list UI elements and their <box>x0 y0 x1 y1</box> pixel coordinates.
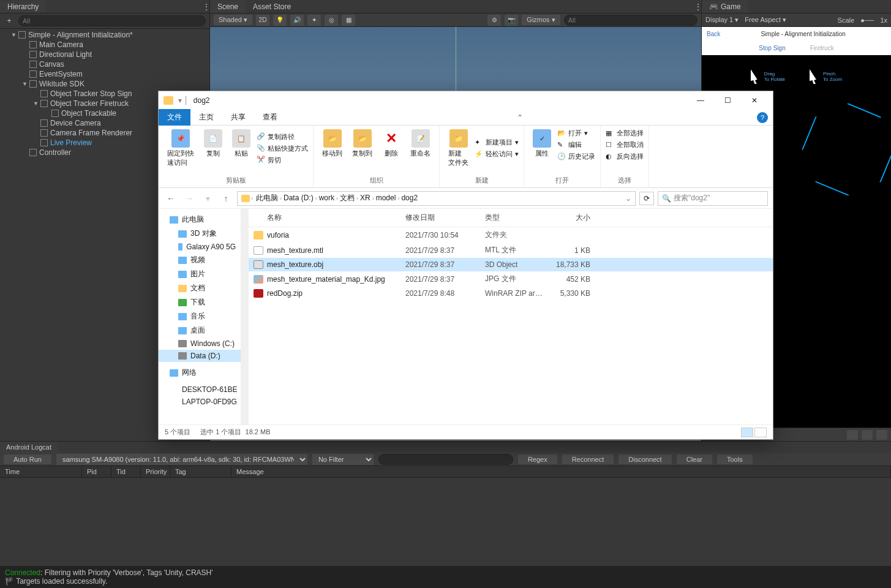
audio-toggle-icon[interactable]: 🔊 <box>290 15 304 26</box>
gizmos-dropdown[interactable]: Gizmos ▾ <box>522 15 560 25</box>
minimize-button[interactable]: — <box>687 91 714 110</box>
preview-tab-firetruck[interactable]: Firetruck <box>798 41 846 55</box>
share-menu[interactable]: 共享 <box>222 109 254 126</box>
col-message[interactable]: Message <box>231 466 891 477</box>
hierarchy-item[interactable]: Canvas <box>0 59 209 69</box>
col-priority[interactable]: Priority <box>141 466 170 477</box>
inspector-icon[interactable] <box>847 430 858 440</box>
mode-2d-toggle[interactable]: 2D <box>256 15 269 26</box>
col-time[interactable]: Time <box>0 466 82 477</box>
sidebar-item[interactable]: 音乐 <box>159 309 241 323</box>
sidebar-item[interactable]: 桌面 <box>159 323 241 337</box>
view-menu[interactable]: 查看 <box>254 109 286 126</box>
rename-button[interactable]: 📝重命名 <box>407 128 434 159</box>
hierarchy-item[interactable]: Main Camera <box>0 40 209 50</box>
cut-button[interactable]: ✂️剪切 <box>257 155 308 165</box>
reconnect-button[interactable]: Reconnect <box>562 454 614 464</box>
inspector-icon[interactable] <box>862 430 873 440</box>
breadcrumb-item[interactable]: model <box>374 194 398 202</box>
file-row[interactable]: mesh_texture.obj2021/7/29 8:373D Object1… <box>249 258 773 271</box>
sidebar-item[interactable]: Data (D:) <box>159 350 241 362</box>
add-icon[interactable]: + <box>4 17 15 25</box>
sidebar-item[interactable]: Windows (C:) <box>159 337 241 350</box>
breadcrumb-item[interactable]: Data (D:) <box>282 194 315 202</box>
sidebar-item[interactable]: 3D 对象 <box>159 227 241 241</box>
col-tag[interactable]: Tag <box>170 466 231 477</box>
edit-button[interactable]: ✎编辑 <box>557 140 595 150</box>
sidebar-item[interactable]: 文档 <box>159 281 241 295</box>
tool-icon[interactable]: ⚙ <box>487 15 501 26</box>
inspector-icon[interactable] <box>876 430 887 440</box>
scene-search-input[interactable] <box>564 15 697 26</box>
nav-forward-button[interactable]: → <box>182 191 197 206</box>
game-tab[interactable]: 🎮 Game <box>702 1 748 13</box>
sidebar-item[interactable]: DESKTOP-61BE <box>159 383 241 396</box>
sidebar-item[interactable]: 图片 <box>159 267 241 281</box>
newfolder-button[interactable]: 📁新建 文件夹 <box>445 128 472 168</box>
col-tid[interactable]: Tid <box>111 466 141 477</box>
clear-button[interactable]: Clear <box>677 454 712 464</box>
sidebar-item[interactable]: Galaxy A90 5G <box>159 241 241 253</box>
regex-button[interactable]: Regex <box>518 454 557 464</box>
disconnect-button[interactable]: Disconnect <box>618 454 671 464</box>
selectnone-button[interactable]: ☐全部取消 <box>606 140 644 150</box>
address-dropdown-icon[interactable]: ⌄ <box>625 194 631 203</box>
logcat-search-input[interactable] <box>378 454 513 465</box>
hierarchy-item[interactable]: EventSystem <box>0 69 209 79</box>
home-menu[interactable]: 主页 <box>190 109 222 126</box>
shading-mode-dropdown[interactable]: Shaded ▾ <box>214 15 252 25</box>
pasteshortcut-button[interactable]: 📎粘贴快捷方式 <box>257 143 308 154</box>
device-select[interactable]: samsung SM-A9080 (version: 11.0, abi: ar… <box>56 454 307 465</box>
autorun-button[interactable]: Auto Run <box>4 454 51 464</box>
sidebar-item[interactable]: 视频 <box>159 253 241 267</box>
properties-button[interactable]: ✓属性 <box>529 128 555 162</box>
breadcrumb-item[interactable]: 文档 <box>338 194 356 202</box>
camera-icon[interactable]: 📷 <box>505 15 518 26</box>
selectall-button[interactable]: ▦全部选择 <box>606 128 644 138</box>
titlebar[interactable]: ▾ │ dog2 — ☐ ✕ <box>159 91 773 110</box>
pin-button[interactable]: 📌固定到快 速访问 <box>164 128 198 168</box>
close-button[interactable]: ✕ <box>741 91 768 110</box>
copyto-button[interactable]: 📂复制到 <box>348 128 376 159</box>
copypath-button[interactable]: 🔗复制路径 <box>257 132 308 142</box>
fx-toggle-icon[interactable]: ✦ <box>307 15 321 26</box>
nav-up-button[interactable]: ↑ <box>219 191 233 206</box>
breadcrumb-item[interactable]: 此电脑 <box>254 194 280 202</box>
grid-toggle-icon[interactable]: ▦ <box>342 15 355 26</box>
display-dropdown[interactable]: Display 1 ▾ <box>705 16 739 24</box>
invertsel-button[interactable]: ◐反向选择 <box>606 151 644 162</box>
preview-tab-stopsign[interactable]: Stop Sign <box>746 41 797 55</box>
asset-store-tab[interactable]: Asset Store <box>246 1 298 13</box>
nav-history-dropdown[interactable]: ▾ <box>200 191 215 206</box>
filter-select[interactable]: No Filter <box>312 454 374 465</box>
paste-button[interactable]: 📋粘贴 <box>228 128 254 168</box>
file-row[interactable]: vuforia2021/7/30 10:54文件夹 <box>249 227 773 243</box>
hierarchy-scene-root[interactable]: ▼Simple - Alignment Initialization* <box>0 30 209 40</box>
breadcrumb-item[interactable]: work <box>317 194 336 202</box>
col-type[interactable]: 类型 <box>480 209 549 227</box>
aspect-dropdown[interactable]: Free Aspect ▾ <box>745 16 786 24</box>
hierarchy-item[interactable]: ▼Wikitude SDK <box>0 79 209 89</box>
panel-menu-icon[interactable]: ⋮ <box>203 2 209 11</box>
scale-slider[interactable]: ●── <box>860 17 874 24</box>
back-button[interactable]: Back <box>707 31 720 37</box>
help-icon[interactable]: ? <box>757 112 768 123</box>
tools-button[interactable]: Tools <box>717 454 753 464</box>
sidebar-item[interactable]: 网络 <box>159 366 241 380</box>
view-details-button[interactable] <box>741 428 753 437</box>
search-input[interactable]: 🔍搜索"dog2" <box>658 191 768 206</box>
col-size[interactable]: 大小 <box>549 209 595 227</box>
light-toggle-icon[interactable]: 💡 <box>273 15 287 26</box>
sidebar-item[interactable]: 此电脑 <box>159 213 241 227</box>
sidebar-item[interactable]: 下载 <box>159 295 241 309</box>
sidebar-item[interactable]: LAPTOP-0FD9G <box>159 396 241 408</box>
maximize-button[interactable]: ☐ <box>714 91 741 110</box>
col-date[interactable]: 修改日期 <box>400 209 480 227</box>
hierarchy-search-input[interactable] <box>18 15 206 26</box>
open-button[interactable]: 📂打开 ▾ <box>557 128 595 138</box>
file-row[interactable]: redDog.zip2021/7/29 8:48WinRAR ZIP arch.… <box>249 287 773 300</box>
delete-button[interactable]: ✕删除 <box>378 128 404 159</box>
col-pid[interactable]: Pid <box>82 466 111 477</box>
moveto-button[interactable]: 📂移动到 <box>318 128 346 159</box>
logcat-tab[interactable]: Android Logcat <box>0 442 58 453</box>
